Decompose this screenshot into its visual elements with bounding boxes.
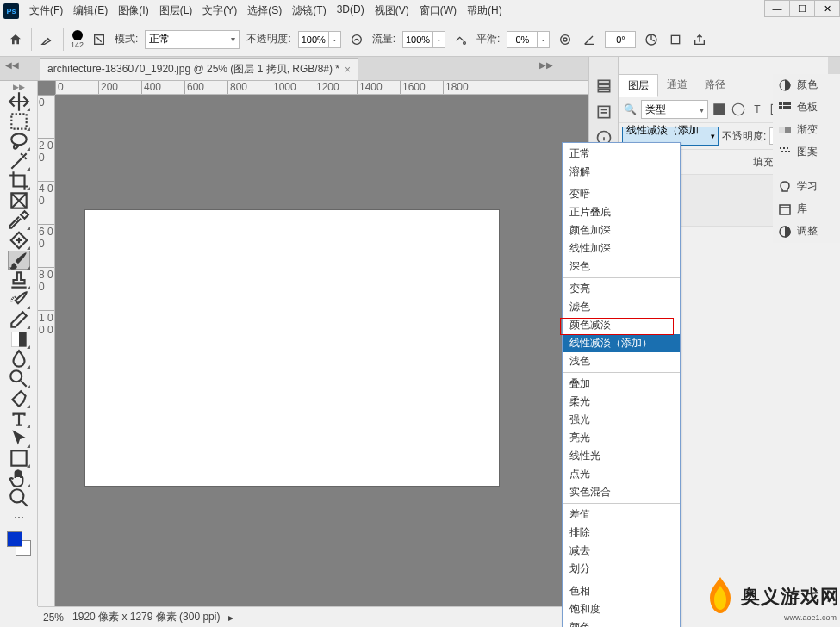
zoom-tool[interactable] — [8, 488, 30, 507]
filter-pixel-icon[interactable] — [712, 102, 727, 117]
flow-input[interactable]: ⌄ — [402, 31, 445, 48]
close-tab-icon[interactable]: × — [345, 64, 351, 76]
share-icon[interactable] — [691, 31, 708, 48]
pressure-size-icon[interactable] — [643, 31, 660, 48]
libraries-panel-btn[interactable]: 库 — [773, 198, 840, 220]
home-icon[interactable] — [7, 31, 24, 48]
learn-panel-btn[interactable]: 学习 — [773, 176, 840, 198]
tab-layers[interactable]: 图层 — [619, 74, 658, 97]
menu-图层(L)[interactable]: 图层(L) — [154, 0, 198, 22]
blend-option[interactable]: 叠加 — [563, 375, 680, 393]
maximize-button[interactable]: ☐ — [789, 0, 815, 17]
blend-option[interactable]: 变暗 — [563, 185, 680, 203]
history-brush-tool[interactable] — [8, 290, 30, 309]
blend-option[interactable]: 划分 — [563, 560, 680, 578]
menu-选择(S)[interactable]: 选择(S) — [242, 0, 287, 22]
adjustments-panel-btn[interactable]: 调整 — [773, 220, 840, 243]
type-tool[interactable] — [8, 409, 30, 428]
menu-图像(I)[interactable]: 图像(I) — [113, 0, 153, 22]
filter-type-icon[interactable]: T — [750, 102, 765, 117]
blend-option[interactable]: 颜色减淡 — [563, 316, 680, 334]
blend-mode-select[interactable]: 正常 — [145, 30, 240, 49]
menu-3D(D)[interactable]: 3D(D) — [332, 0, 370, 22]
eraser-tool[interactable] — [8, 310, 30, 329]
color-swatches[interactable] — [7, 531, 31, 556]
menu-文字(Y)[interactable]: 文字(Y) — [197, 0, 242, 22]
magic-wand-tool[interactable] — [8, 152, 30, 171]
history-dock-icon[interactable] — [595, 78, 613, 95]
blur-tool[interactable] — [8, 350, 30, 369]
eyedropper-tool[interactable] — [8, 211, 30, 230]
blend-option[interactable]: 排除 — [563, 524, 680, 542]
blend-option[interactable]: 线性加深 — [563, 239, 680, 258]
hand-tool[interactable] — [8, 469, 30, 487]
pen-tool[interactable] — [8, 389, 30, 408]
zoom-level[interactable]: 25% — [43, 611, 64, 624]
blend-option[interactable]: 柔光 — [563, 393, 680, 411]
healing-tool[interactable] — [8, 231, 30, 250]
document-canvas[interactable] — [85, 210, 499, 486]
menu-文件(F)[interactable]: 文件(F) — [24, 0, 68, 22]
menu-滤镜(T)[interactable]: 滤镜(T) — [287, 0, 331, 22]
patterns-panel-btn[interactable]: 图案 — [773, 141, 840, 164]
angle-input[interactable] — [605, 31, 636, 48]
blend-option[interactable]: 饱和度 — [563, 600, 680, 618]
blend-option[interactable]: 实色混合 — [563, 483, 680, 501]
minimize-button[interactable]: — — [764, 0, 790, 17]
tab-channels[interactable]: 通道 — [658, 74, 696, 96]
swatches-panel-btn[interactable]: 色板 — [773, 96, 840, 119]
smoothing-options-icon[interactable] — [557, 31, 574, 48]
status-arrow-icon[interactable]: ▸ — [228, 611, 233, 624]
blend-option[interactable]: 正常 — [563, 145, 680, 163]
stamp-tool[interactable] — [8, 270, 30, 289]
lasso-tool[interactable] — [8, 132, 30, 151]
shape-tool[interactable] — [8, 449, 30, 468]
gradient-tool[interactable] — [8, 330, 30, 349]
document-tab[interactable]: architecture-1836070_1920.jpg @ 25% (图层 … — [40, 58, 358, 80]
color-panel-btn[interactable]: 颜色 — [773, 74, 840, 96]
menu-编辑(E)[interactable]: 编辑(E) — [68, 0, 113, 22]
menu-视图(V)[interactable]: 视图(V) — [370, 0, 414, 22]
brush-panel-icon[interactable] — [90, 31, 108, 48]
symmetry-icon[interactable] — [667, 31, 684, 48]
filter-type-select[interactable]: 类型 — [641, 100, 708, 119]
blend-option[interactable]: 颜色加深 — [563, 221, 680, 239]
blend-mode-dropdown[interactable]: 正常溶解变暗正片叠底颜色加深线性加深深色变亮滤色颜色减淡线性减淡（添加）浅色叠加… — [562, 142, 681, 627]
marquee-tool[interactable] — [8, 112, 30, 131]
panel-collapse-icon[interactable]: ▶▶ — [539, 60, 553, 70]
edit-toolbar-icon[interactable]: ⋯ — [8, 508, 30, 527]
blend-option[interactable]: 颜色 — [563, 618, 680, 627]
tool-preset-icon[interactable] — [39, 31, 56, 48]
blend-option[interactable]: 线性光 — [563, 447, 680, 465]
blend-option[interactable]: 滤色 — [563, 298, 680, 316]
menu-窗口(W)[interactable]: 窗口(W) — [414, 0, 462, 22]
blend-option[interactable]: 溶解 — [563, 163, 680, 181]
pressure-opacity-icon[interactable] — [348, 31, 365, 48]
menu-帮助(H)[interactable]: 帮助(H) — [462, 0, 507, 22]
opacity-input[interactable]: ⌄ — [298, 31, 341, 48]
blend-option[interactable]: 色相 — [563, 582, 680, 600]
filter-adjust-icon[interactable] — [731, 102, 746, 117]
search-icon[interactable]: 🔍 — [622, 102, 638, 117]
angle-icon[interactable] — [581, 31, 598, 48]
blend-option[interactable]: 浅色 — [563, 352, 680, 370]
blend-option[interactable]: 亮光 — [563, 429, 680, 447]
gradients-panel-btn[interactable]: 渐变 — [773, 119, 840, 141]
path-select-tool[interactable] — [8, 429, 30, 448]
brush-preview[interactable]: 142 — [71, 30, 84, 49]
smoothing-input[interactable]: ⌄ — [507, 31, 550, 48]
blend-option[interactable]: 差值 — [563, 506, 680, 524]
blend-option[interactable]: 减去 — [563, 542, 680, 560]
document-info[interactable]: 1920 像素 x 1279 像素 (300 ppi) — [72, 610, 220, 624]
blend-option[interactable]: 正片叠底 — [563, 203, 680, 221]
brush-tool[interactable] — [8, 251, 30, 270]
move-tool[interactable] — [8, 92, 30, 111]
blend-option[interactable]: 深色 — [563, 258, 680, 276]
dodge-tool[interactable] — [8, 369, 30, 388]
tab-paths[interactable]: 路径 — [696, 74, 734, 96]
frame-tool[interactable] — [8, 191, 30, 210]
blend-option[interactable]: 线性减淡（添加） — [563, 334, 680, 352]
collapse-icon[interactable]: ◀◀ — [5, 60, 19, 70]
properties-dock-icon[interactable] — [595, 103, 613, 121]
crop-tool[interactable] — [8, 171, 30, 190]
